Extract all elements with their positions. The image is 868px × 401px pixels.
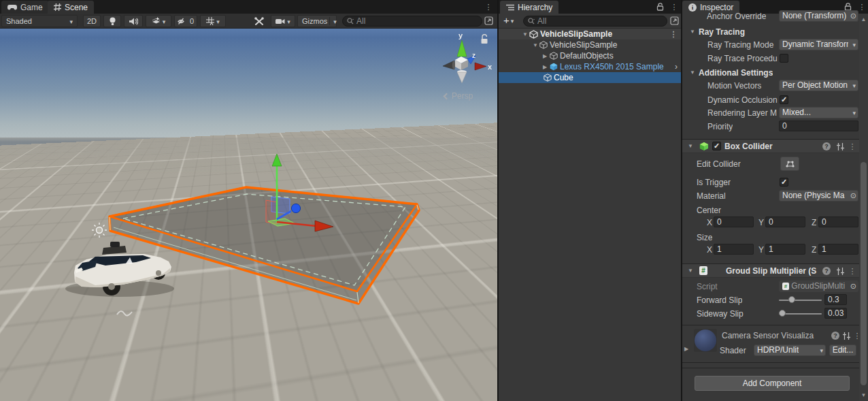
gameobject-name: Cube	[554, 73, 573, 82]
foldout-icon[interactable]	[543, 64, 550, 70]
rendering-layer-label: Rendering Layer M	[707, 107, 778, 119]
hierarchy-search-input[interactable]: All	[523, 16, 667, 27]
help-icon[interactable]	[822, 267, 831, 275]
foldout-icon[interactable]	[522, 31, 529, 37]
help-icon[interactable]	[831, 332, 839, 340]
presets-icon[interactable]	[842, 332, 851, 340]
axis-x-label: x	[488, 63, 493, 71]
is-trigger-checkbox[interactable]	[780, 178, 788, 187]
scene-tools-button[interactable]	[249, 15, 269, 27]
forward-slip-label: Forward Slip	[697, 294, 742, 306]
scale-marker	[117, 311, 132, 315]
scrollbar-thumb[interactable]	[861, 162, 867, 385]
priority-field[interactable]: 0	[779, 121, 858, 131]
material-preview-sphere[interactable]	[694, 329, 717, 352]
ray-tracing-foldout[interactable]: Ray Tracing	[682, 26, 859, 38]
toggle-2d-button[interactable]: 2D	[83, 15, 101, 27]
hierarchy-row-scene[interactable]: VehicleSlipSample	[499, 29, 681, 39]
center-z-field[interactable]: 0	[818, 216, 858, 227]
scene-visibility-button[interactable]: 0	[174, 15, 197, 27]
vehicle[interactable]	[65, 242, 174, 297]
component-enabled-checkbox[interactable]	[712, 142, 721, 150]
maximize-icon[interactable]	[670, 16, 679, 25]
component-menu-icon[interactable]	[848, 266, 857, 276]
gizmos-dropdown[interactable]: Gizmos	[297, 15, 337, 27]
prefab-expand-icon[interactable]	[675, 62, 678, 71]
help-icon[interactable]	[822, 142, 831, 150]
lock-icon[interactable]	[656, 3, 664, 11]
forward-slip-field[interactable]: 0.3	[824, 294, 847, 305]
hierarchy-row[interactable]: VehicleSlipSample	[499, 39, 681, 50]
axis-y-label: Y	[758, 244, 764, 256]
hierarchy-menu-icon[interactable]	[669, 1, 679, 12]
maximize-icon[interactable]	[484, 16, 493, 25]
create-object-button[interactable]: +	[503, 15, 514, 26]
scene-audio-button[interactable]	[124, 15, 143, 27]
gizmos-label: Gizmos	[302, 17, 327, 25]
motion-vectors-dropdown[interactable]: Per Object Motion	[779, 80, 858, 91]
scene-grid-icon	[54, 3, 61, 11]
sideway-slip-field[interactable]: 0.03	[824, 308, 847, 319]
chevron-down-icon	[852, 39, 856, 50]
size-z-field[interactable]: 1	[818, 244, 858, 255]
sideway-slip-knob[interactable]	[779, 310, 786, 317]
ground-slip-title: Groud Slip Multiplier (S	[726, 265, 821, 277]
scene-menu-icon[interactable]	[669, 29, 678, 39]
foldout-icon[interactable]	[684, 346, 691, 352]
scene-search-input[interactable]: All	[342, 16, 482, 27]
hierarchy-row[interactable]: DefaultObjects	[499, 50, 681, 61]
size-y-field[interactable]: 1	[765, 244, 805, 255]
forward-slip-slider[interactable]	[779, 300, 822, 301]
sun-light-icon[interactable]	[92, 223, 107, 238]
anchor-override-field[interactable]: None (Transform)	[779, 10, 858, 22]
shader-dropdown[interactable]: HDRP/Unlit	[754, 344, 826, 356]
additional-settings-foldout[interactable]: Additional Settings	[682, 67, 859, 79]
inspector-scrollbar[interactable]: ▲ ▼	[859, 14, 868, 401]
prefab-name: Lexus RX450h 2015 Sample	[560, 62, 664, 71]
ray-tracing-mode-dropdown[interactable]: Dynamic Transform	[779, 39, 858, 50]
ray-tracing-mode-value: Dynamic Transform	[782, 39, 848, 50]
gameobject-name: DefaultObjects	[560, 51, 614, 61]
forward-slip-knob[interactable]	[788, 296, 795, 303]
shader-edit-button[interactable]: Edit...	[829, 344, 856, 356]
object-picker-icon[interactable]	[850, 191, 856, 201]
edit-collider-button[interactable]	[780, 157, 799, 171]
object-picker-icon[interactable]	[850, 11, 856, 21]
object-picker-icon[interactable]	[850, 281, 856, 291]
rendering-layer-dropdown[interactable]: Mixed...	[779, 107, 858, 118]
foldout-icon[interactable]	[688, 143, 695, 149]
foldout-icon[interactable]	[688, 268, 695, 274]
component-menu-icon[interactable]	[848, 141, 857, 152]
presets-icon[interactable]	[836, 268, 845, 275]
foldout-icon[interactable]	[533, 42, 539, 48]
presets-icon[interactable]	[836, 143, 845, 150]
hierarchy-row-selected[interactable]: Cube	[499, 72, 681, 83]
tab-hierarchy[interactable]: Hierarchy	[500, 1, 558, 14]
gameobject-cube-icon	[539, 41, 548, 49]
center-x-field[interactable]: 0	[714, 216, 754, 227]
scene-grid-dropdown[interactable]	[200, 15, 226, 27]
ground-slip-header[interactable]: # Groud Slip Multiplier (S	[682, 263, 859, 278]
shading-mode-dropdown[interactable]: Shaded	[1, 15, 78, 27]
viewport-lock-icon[interactable]	[482, 35, 488, 44]
ray-trace-procedural-checkbox[interactable]	[780, 54, 788, 63]
scene-effects-dropdown[interactable]	[146, 15, 171, 27]
perspective-toggle[interactable]: Persp	[444, 91, 473, 101]
hierarchy-row-prefab[interactable]: Lexus RX450h 2015 Sample	[499, 61, 681, 72]
scene-viewport[interactable]: y z x Persp	[0, 29, 497, 401]
scene-camera-dropdown[interactable]	[271, 15, 295, 27]
box-collider-header[interactable]: Box Collider	[682, 139, 859, 153]
tab-game[interactable]: Game	[1, 1, 49, 14]
scroll-up-icon[interactable]: ▲	[861, 16, 867, 22]
tab-scene[interactable]: Scene	[48, 1, 94, 14]
add-component-button[interactable]: Add Component	[695, 376, 850, 391]
scene-lighting-button[interactable]	[103, 15, 121, 27]
physic-material-field[interactable]: None (Physic Ma	[779, 190, 858, 202]
scroll-down-icon[interactable]: ▼	[861, 392, 867, 398]
scene-menu-icon[interactable]	[484, 1, 493, 12]
size-x-field[interactable]: 1	[714, 244, 754, 255]
foldout-icon[interactable]	[543, 53, 550, 59]
center-y-field[interactable]: 0	[765, 216, 805, 227]
script-field[interactable]: # GroudSlipMulti	[779, 280, 858, 292]
dynamic-occlusion-checkbox[interactable]	[780, 95, 788, 104]
